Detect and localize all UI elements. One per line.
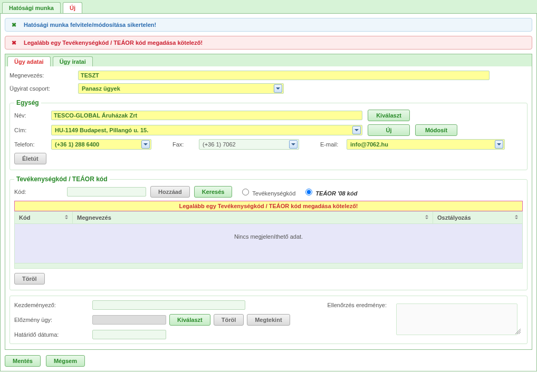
- nev-input[interactable]: [51, 111, 362, 120]
- fax-value: (+36 1) 7062: [203, 141, 236, 148]
- col-kod-label: Kód: [19, 214, 30, 221]
- sort-icon[interactable]: [514, 213, 519, 221]
- elozmeny-input: [92, 315, 166, 325]
- radio-teaor[interactable]: TEÁOR '08 kód: [303, 187, 357, 197]
- megsem-button[interactable]: Mégsem: [46, 355, 85, 367]
- cim-value: HU-1149 Budapest, Pillangó u. 15.: [55, 127, 148, 133]
- label-hatarido: Határidő dátuma:: [14, 331, 88, 338]
- eletut-button[interactable]: Életút: [14, 153, 46, 164]
- label-cim: Cím:: [14, 127, 51, 133]
- uj-button[interactable]: Új: [368, 124, 410, 136]
- sort-icon[interactable]: [64, 213, 69, 221]
- ugyirat-csoport-value: Panasz ügyek: [82, 85, 120, 92]
- label-elozmeny: Előzmény ügy:: [14, 317, 88, 323]
- kivalaszt-button[interactable]: Kiválaszt: [368, 110, 410, 121]
- grid-footer: [14, 263, 523, 269]
- close-icon[interactable]: ✖: [12, 40, 16, 46]
- inner-tabstrip: Ügy adatai Ügy iratai: [5, 54, 532, 66]
- radio-teaor-label: TEÁOR '08 kód: [315, 190, 357, 197]
- tevekenyseg-legend: Tevékenységkód / TEÁOR kód: [14, 175, 110, 183]
- kod-input[interactable]: [67, 187, 146, 197]
- mentes-button[interactable]: Mentés: [5, 355, 41, 367]
- col-megnevezes-label: Megnevezés: [77, 214, 111, 221]
- telefon-select[interactable]: (+36 1) 288 6400: [51, 139, 151, 150]
- egyseg-legend: Egység: [14, 99, 41, 106]
- telefon-value: (+36 1) 288 6400: [55, 141, 99, 148]
- tevekenyseg-fieldset: Tevékenységkód / TEÁOR kód Kód: Hozzáad …: [9, 175, 528, 290]
- tab-uj[interactable]: Új: [63, 2, 82, 13]
- col-osztalyozas-label: Osztályozás: [437, 214, 471, 221]
- alert-info-text: Hatósági munka felvitele/módosítása sike…: [24, 22, 156, 28]
- label-fax: Fax:: [172, 141, 199, 148]
- kezdemenyezo-input[interactable]: [92, 300, 245, 310]
- inner-panel: Megnevezés: Ügyirat csoport: Panasz ügye…: [5, 66, 532, 350]
- email-select[interactable]: info@7062.hu: [347, 139, 505, 150]
- alert-info: ✖ Hatósági munka felvitele/módosítása si…: [5, 18, 532, 32]
- resize-grip-icon[interactable]: [515, 329, 521, 334]
- ugyirat-csoport-select[interactable]: Panasz ügyek: [78, 83, 284, 94]
- cim-select[interactable]: HU-1149 Budapest, Pillangó u. 15.: [51, 125, 362, 135]
- bottom-fields: Kezdeményező: Ellenőrzés eredménye: Előz…: [9, 296, 528, 344]
- label-email: E-mail:: [320, 141, 347, 148]
- grid-empty-row: Nincs megjeleníthető adat.: [14, 224, 523, 263]
- ellenorzes-textarea[interactable]: [396, 303, 517, 335]
- chevron-down-icon[interactable]: [274, 84, 282, 93]
- label-ellenorzes: Ellenőrzés eredménye:: [327, 302, 387, 308]
- fax-select[interactable]: (+36 1) 7062: [199, 139, 299, 150]
- label-telefon: Telefon:: [14, 141, 51, 148]
- torol-button[interactable]: Töröl: [14, 273, 45, 285]
- action-bar: Mentés Mégsem: [5, 355, 532, 367]
- label-kod: Kód:: [14, 189, 67, 195]
- alert-error: ✖ Legalább egy Tevékenységkód / TEÁOR kó…: [5, 36, 532, 50]
- radio-tevekenysegkod-label: Tevékenységkód: [252, 190, 295, 197]
- close-icon[interactable]: ✖: [12, 22, 16, 28]
- col-osztalyozas[interactable]: Osztályozás: [433, 212, 523, 224]
- col-kod[interactable]: Kód: [15, 212, 73, 224]
- chevron-down-icon[interactable]: [495, 140, 503, 149]
- outer-panel: ✖ Hatósági munka felvitele/módosítása si…: [0, 14, 537, 371]
- email-value: info@7062.hu: [350, 141, 388, 148]
- top-tabstrip: Hatósági munka Új: [0, 0, 537, 14]
- kod-grid: Kód Megnevezés Osztályozás: [14, 211, 523, 224]
- hozzaad-button[interactable]: Hozzáad: [150, 186, 190, 198]
- chevron-down-icon[interactable]: [352, 126, 361, 134]
- elozmeny-megtekint-button[interactable]: Megtekint: [247, 314, 290, 326]
- chevron-down-icon[interactable]: [289, 140, 298, 149]
- megnevezes-input[interactable]: [78, 71, 490, 80]
- chevron-down-icon[interactable]: [141, 140, 150, 149]
- tab-hatosagi-munka[interactable]: Hatósági munka: [2, 2, 61, 13]
- egyseg-fieldset: Egység Név: Kiválaszt Cím: HU-1149 Budap…: [9, 99, 528, 170]
- tab-ugy-adatai[interactable]: Ügy adatai: [7, 56, 51, 66]
- modosit-button[interactable]: Módosít: [415, 124, 457, 136]
- grid-warning: Legalább egy Tevékenységkód / TEÁOR kód …: [14, 201, 523, 211]
- elozmeny-kivalaszt-button[interactable]: Kiválaszt: [169, 314, 210, 326]
- label-megnevezes: Megnevezés:: [9, 72, 78, 79]
- kereses-button[interactable]: Keresés: [194, 186, 233, 198]
- elozmeny-torol-button[interactable]: Töröl: [214, 314, 244, 326]
- radio-tevekenysegkod[interactable]: Tevékenységkód: [239, 187, 295, 197]
- label-ugyirat-csoport: Ügyirat csoport:: [9, 85, 78, 92]
- label-kezdemenyezo: Kezdeményező:: [14, 302, 88, 308]
- label-nev: Név:: [14, 112, 51, 119]
- tab-ugy-iratai[interactable]: Ügy iratai: [53, 56, 93, 66]
- alert-error-text: Legalább egy Tevékenységkód / TEÁOR kód …: [24, 40, 203, 46]
- col-megnevezes[interactable]: Megnevezés: [73, 212, 433, 224]
- sort-icon[interactable]: [424, 213, 429, 221]
- hatarido-input[interactable]: [92, 330, 166, 339]
